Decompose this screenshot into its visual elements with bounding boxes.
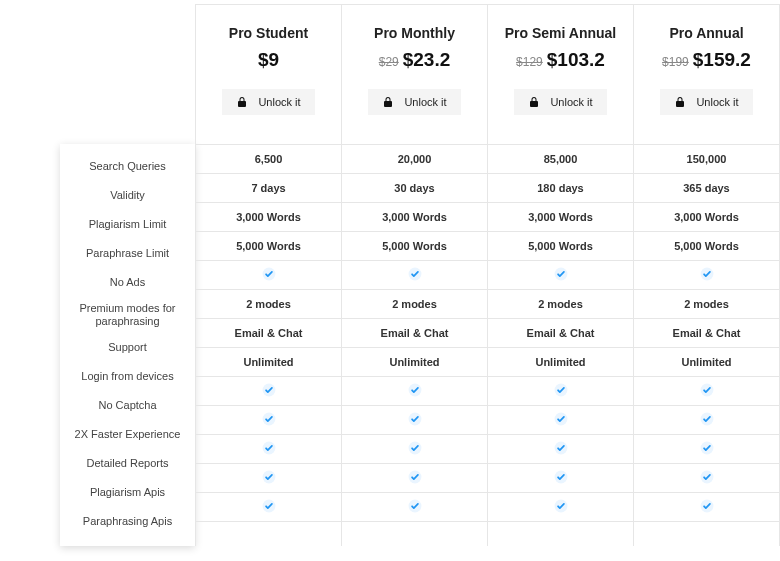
check-icon: [262, 383, 276, 397]
feature-cell: Email & Chat: [488, 319, 633, 348]
unlock-button[interactable]: Unlock it: [514, 89, 606, 115]
check-icon: [554, 267, 568, 281]
feature-cell: 5,000 Words: [342, 232, 487, 261]
unlock-label: Unlock it: [550, 96, 592, 108]
check-icon: [700, 412, 714, 426]
check-icon: [408, 267, 422, 281]
check-icon: [554, 383, 568, 397]
feature-cell: [196, 377, 341, 406]
feature-cell: 5,000 Words: [634, 232, 779, 261]
feature-cell: 180 days: [488, 174, 633, 203]
feature-cell: Email & Chat: [196, 319, 341, 348]
plan-price-row: $9: [258, 49, 279, 71]
check-mark: [700, 267, 714, 283]
feature-cell: 7 days: [196, 174, 341, 203]
feature-labels-column: Search Queries Validity Plagiarism Limit…: [60, 144, 195, 546]
feature-label: Paraphrase Limit: [60, 239, 195, 268]
check-mark: [700, 412, 714, 428]
plan-column: Pro Annual$199$159.2Unlock it150,000365 …: [634, 4, 780, 546]
plan-old-price: $199: [662, 55, 689, 69]
feature-cell: 2 modes: [488, 290, 633, 319]
feature-label: 2X Faster Experience: [60, 420, 195, 449]
unlock-button[interactable]: Unlock it: [660, 89, 752, 115]
check-mark: [262, 470, 276, 486]
feature-cell: [634, 377, 779, 406]
feature-cell: [488, 406, 633, 435]
feature-cell: [634, 261, 779, 290]
check-mark: [262, 412, 276, 428]
plan-old-price: $29: [379, 55, 399, 69]
unlock-label: Unlock it: [696, 96, 738, 108]
check-icon: [554, 470, 568, 484]
plans-columns: Pro Student$9Unlock it6,5007 days3,000 W…: [195, 4, 780, 546]
feature-cell: [488, 464, 633, 493]
feature-cell: [196, 464, 341, 493]
check-icon: [700, 499, 714, 513]
feature-cell: 2 modes: [196, 290, 341, 319]
feature-cell: 3,000 Words: [196, 203, 341, 232]
feature-label: Plagiarism Limit: [60, 210, 195, 239]
feature-cell: 3,000 Words: [342, 203, 487, 232]
check-icon: [700, 441, 714, 455]
feature-cell: [488, 377, 633, 406]
plan-header: Pro Annual$199$159.2Unlock it: [634, 5, 779, 145]
check-mark: [262, 499, 276, 515]
check-mark: [700, 499, 714, 515]
lock-icon: [236, 96, 248, 108]
feature-cell: 365 days: [634, 174, 779, 203]
feature-cell: 3,000 Words: [488, 203, 633, 232]
check-icon: [408, 383, 422, 397]
unlock-label: Unlock it: [258, 96, 300, 108]
plan-column: Pro Student$9Unlock it6,5007 days3,000 W…: [195, 4, 342, 546]
feature-cell: Email & Chat: [634, 319, 779, 348]
feature-label: Login from devices: [60, 362, 195, 391]
feature-label: Plagiarism Apis: [60, 478, 195, 507]
feature-cell: 2 modes: [342, 290, 487, 319]
check-icon: [262, 470, 276, 484]
plan-header: Pro Semi Annual$129$103.2Unlock it: [488, 5, 633, 145]
feature-cell: 20,000: [342, 145, 487, 174]
feature-cell: [488, 493, 633, 522]
feature-label: No Ads: [60, 268, 195, 297]
check-mark: [554, 470, 568, 486]
check-mark: [408, 499, 422, 515]
check-icon: [554, 441, 568, 455]
feature-cell: Unlimited: [342, 348, 487, 377]
check-mark: [700, 383, 714, 399]
plan-header: Pro Student$9Unlock it: [196, 5, 341, 145]
feature-cell: [196, 406, 341, 435]
plan-name: Pro Monthly: [374, 25, 455, 41]
check-mark: [700, 470, 714, 486]
feature-cell: [634, 464, 779, 493]
check-mark: [554, 383, 568, 399]
check-icon: [408, 499, 422, 513]
lock-icon: [528, 96, 540, 108]
plan-column: Pro Monthly$29$23.2Unlock it20,00030 day…: [342, 4, 488, 546]
feature-cell: 30 days: [342, 174, 487, 203]
check-mark: [262, 441, 276, 457]
feature-cell: 6,500: [196, 145, 341, 174]
plan-old-price: $129: [516, 55, 543, 69]
feature-label: Paraphrasing Apis: [60, 507, 195, 536]
plan-name: Pro Annual: [669, 25, 743, 41]
unlock-button[interactable]: Unlock it: [222, 89, 314, 115]
feature-cell: [342, 435, 487, 464]
check-mark: [554, 499, 568, 515]
plan-price-row: $129$103.2: [516, 49, 605, 71]
unlock-button[interactable]: Unlock it: [368, 89, 460, 115]
plan-column: Pro Semi Annual$129$103.2Unlock it85,000…: [488, 4, 634, 546]
check-icon: [554, 412, 568, 426]
check-icon: [554, 499, 568, 513]
feature-cell: [342, 406, 487, 435]
feature-label: Validity: [60, 181, 195, 210]
feature-label: No Captcha: [60, 391, 195, 420]
feature-cell: Email & Chat: [342, 319, 487, 348]
feature-cell: 85,000: [488, 145, 633, 174]
feature-cell: Unlimited: [488, 348, 633, 377]
check-icon: [700, 383, 714, 397]
check-icon: [262, 267, 276, 281]
check-mark: [408, 383, 422, 399]
feature-cell: 2 modes: [634, 290, 779, 319]
feature-cell: Unlimited: [196, 348, 341, 377]
feature-label: Support: [60, 333, 195, 362]
